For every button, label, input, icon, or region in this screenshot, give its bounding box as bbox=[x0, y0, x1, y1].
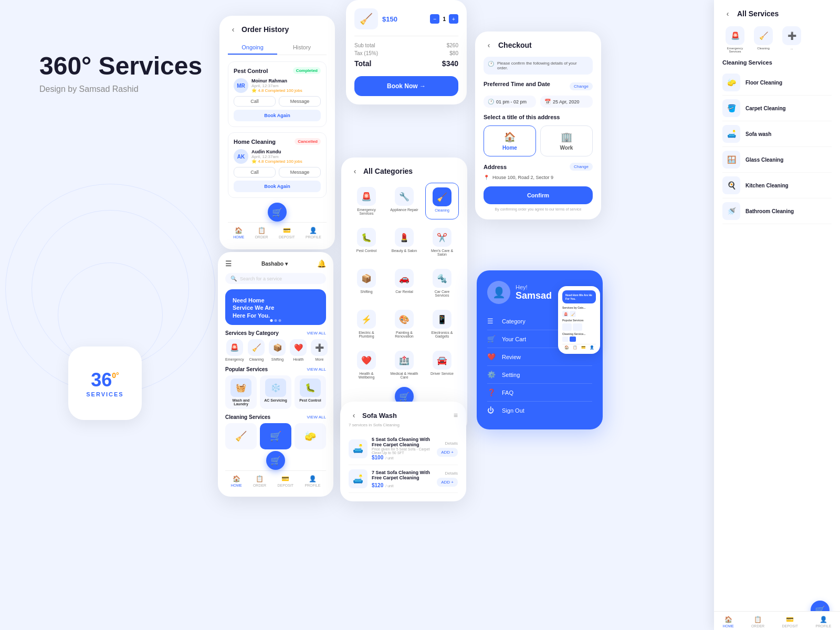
checkout-back-button[interactable]: ‹ bbox=[484, 40, 494, 50]
category-view-all[interactable]: VIEW ALL bbox=[307, 331, 326, 335]
cleaning-item-2[interactable]: 🛒 bbox=[260, 423, 291, 449]
call-button-2[interactable]: Call bbox=[234, 167, 276, 177]
order-service-name-1: Pest Control bbox=[234, 68, 268, 74]
sofa-add-button-1[interactable]: ADD + bbox=[437, 448, 458, 457]
service-list-glass-cleaning[interactable]: 🪟 Glass Cleaning bbox=[722, 147, 832, 173]
categories-title: All Categories bbox=[363, 167, 413, 175]
panel-back-button[interactable]: ‹ bbox=[722, 8, 733, 19]
nav-profile[interactable]: 👤PROFILE bbox=[306, 227, 321, 239]
cat-electronics[interactable]: 📱 Electronics & Gadgets bbox=[425, 306, 459, 342]
categories-back-button[interactable]: ‹ bbox=[350, 166, 360, 176]
location-selector[interactable]: Bashabo ▾ bbox=[261, 261, 288, 267]
cat-car-rental[interactable]: 🚗 Car Rental bbox=[387, 265, 421, 301]
popular-pest[interactable]: 🐛 Pest Control bbox=[295, 375, 326, 409]
panel-nav-order[interactable]: 📋ORDER bbox=[751, 616, 764, 628]
bottom-nav: 🏠HOME 📋ORDER 💳DEPOSIT 👤PROFILE bbox=[228, 222, 327, 241]
message-button-1[interactable]: Message bbox=[279, 96, 321, 107]
cat-shifting[interactable]: 📦 Shifting bbox=[269, 339, 286, 361]
panel-nav-deposit[interactable]: 💳DEPOSIT bbox=[782, 616, 798, 628]
address-home-btn[interactable]: 🏠 Home bbox=[484, 125, 536, 156]
cat-cleaning-active[interactable]: 🧹 Cleaning bbox=[425, 183, 459, 219]
sofa-add-button-2[interactable]: ADD + bbox=[437, 478, 458, 487]
cleaning-item-3[interactable]: 🧽 bbox=[295, 423, 326, 449]
panel-section-title: Cleaning Services bbox=[722, 59, 832, 66]
home-nav-home[interactable]: 🏠HOME bbox=[231, 475, 242, 487]
carpet-cleaning-icon: 🪣 bbox=[722, 99, 740, 117]
cat-car-care[interactable]: 🔩 Car Care Services bbox=[425, 265, 459, 301]
service-list-floor-cleaning[interactable]: 🧽 Floor Cleaning bbox=[722, 70, 832, 96]
cat-driver[interactable]: 🚘 Driver Service bbox=[425, 346, 459, 383]
sidebar-item-setting[interactable]: ⚙️ Setting bbox=[487, 366, 592, 384]
home-nav-order[interactable]: 📋ORDER bbox=[253, 475, 266, 487]
service-list-bathroom-cleaning[interactable]: 🚿 Bathroom Cleaning bbox=[722, 198, 832, 224]
book-again-btn-2[interactable]: Book Again bbox=[234, 181, 321, 192]
cat-health[interactable]: ❤️ Health & Wellbeing bbox=[350, 346, 383, 383]
book-again-btn-1[interactable]: Book Again bbox=[234, 110, 321, 121]
call-button-1[interactable]: Call bbox=[234, 96, 276, 107]
search-bar[interactable]: 🔍 Search for a service bbox=[225, 273, 326, 284]
nav-order[interactable]: 📋ORDER bbox=[255, 227, 268, 239]
home-app-card: ☰ Bashabo ▾ 🔔 🔍 Search for a service Nee… bbox=[218, 252, 333, 497]
cat-appliance-repair[interactable]: 🔧 Appliance Repair bbox=[387, 183, 421, 219]
notice-text: Please confirm the following details of … bbox=[497, 61, 589, 70]
address-change-button[interactable]: Change bbox=[570, 163, 593, 171]
cat-emergency[interactable]: 🚨 Emergency bbox=[225, 339, 244, 361]
service-list-carpet-cleaning[interactable]: 🪣 Carpet Cleaning bbox=[722, 96, 832, 121]
hero-subtitle: Design by Samsad Rashid bbox=[39, 85, 207, 94]
panel-nav-home[interactable]: 🏠HOME bbox=[723, 616, 734, 628]
sofa-menu-icon[interactable]: ≡ bbox=[454, 411, 458, 419]
cart-fab-button[interactable]: 🛒 bbox=[268, 203, 287, 222]
address-label: Address bbox=[484, 164, 507, 170]
cat-painting[interactable]: 🎨 Painting & Renovation bbox=[387, 306, 421, 342]
cat-pest-control[interactable]: 🐛 Pest Control bbox=[350, 224, 383, 260]
promo-banner: Need Home Service We Are Here For You. bbox=[225, 289, 326, 325]
panel-icon-emergency[interactable]: 🚨 Emergency Services bbox=[722, 26, 748, 53]
cat-electric[interactable]: ⚡ Electric & Plumbing bbox=[350, 306, 383, 342]
cat-shifting[interactable]: 📦 Shifting bbox=[350, 265, 383, 301]
sofa-details-link-1[interactable]: Details bbox=[445, 441, 458, 446]
qty-minus[interactable]: − bbox=[430, 14, 439, 24]
tab-history[interactable]: History bbox=[277, 41, 327, 55]
cleaning-view-all[interactable]: VIEW ALL bbox=[307, 415, 326, 419]
cleaning-item-1[interactable]: 🧹 bbox=[225, 423, 257, 449]
notice-icon: 🕐 bbox=[488, 61, 494, 67]
hamburger-menu[interactable]: ☰ bbox=[225, 259, 232, 268]
address-work-btn[interactable]: 🏢 Work bbox=[540, 125, 593, 156]
time-change-button[interactable]: Change bbox=[570, 82, 593, 90]
book-now-button[interactable]: Book Now → bbox=[354, 76, 458, 96]
banner-dot-2 bbox=[275, 319, 277, 322]
confirm-button[interactable]: Confirm bbox=[484, 186, 593, 204]
health-icon: ❤️ bbox=[290, 339, 307, 356]
sofa-back-button[interactable]: ‹ bbox=[349, 410, 359, 421]
cat-health[interactable]: ❤️ Health bbox=[290, 339, 307, 361]
back-button[interactable]: ‹ bbox=[228, 24, 238, 35]
panel-icon-cleaning[interactable]: 🧹 Cleaning bbox=[751, 26, 776, 53]
popular-view-all[interactable]: VIEW ALL bbox=[307, 367, 326, 372]
popular-ac[interactable]: ❄️ AC Servicing bbox=[260, 375, 291, 409]
popular-laundry[interactable]: 🧺 Wash and Laundry bbox=[225, 375, 257, 409]
home-bottom-nav: 🏠HOME 📋ORDER 💳DEPOSIT 👤PROFILE bbox=[225, 470, 326, 489]
sofa-details-link-2[interactable]: Details bbox=[445, 471, 458, 476]
sidebar-item-signout[interactable]: ⏻ Sign Out bbox=[487, 402, 592, 419]
panel-nav-profile[interactable]: 👤PROFILE bbox=[815, 616, 831, 628]
home-cart-fab[interactable]: 🛒 bbox=[266, 451, 285, 470]
cat-cleaning[interactable]: 🧹 Cleaning bbox=[248, 339, 265, 361]
cat-beauty-salon[interactable]: 💄 Beauty & Salon bbox=[387, 224, 421, 260]
qty-plus[interactable]: + bbox=[449, 14, 458, 24]
nav-deposit[interactable]: 💳DEPOSIT bbox=[279, 227, 295, 239]
home-nav-deposit[interactable]: 💳DEPOSIT bbox=[277, 475, 293, 487]
message-button-2[interactable]: Message bbox=[279, 167, 321, 177]
home-nav-profile[interactable]: 👤PROFILE bbox=[304, 475, 320, 487]
cat-more[interactable]: ➕ More bbox=[311, 339, 328, 361]
panel-icon-more[interactable]: ➕ ... bbox=[779, 26, 804, 53]
service-list-kitchen-cleaning[interactable]: 🍳 Kitchen Cleaning bbox=[722, 173, 832, 198]
cat-mens-care[interactable]: ✂️ Men's Care & Salon bbox=[425, 224, 459, 260]
cat-emergency-services[interactable]: 🚨 Emergency Services bbox=[350, 183, 383, 219]
notification-bell[interactable]: 🔔 bbox=[317, 259, 326, 268]
service-list-sofa-wash[interactable]: 🛋️ Sofa wash bbox=[722, 121, 832, 147]
checkout-notice: 🕐 Please confirm the following details o… bbox=[484, 57, 593, 75]
nav-home[interactable]: 🏠HOME bbox=[233, 227, 244, 239]
cat-medical[interactable]: 🏥 Medical & Health Care bbox=[387, 346, 421, 383]
tab-ongoing[interactable]: Ongoing bbox=[228, 41, 277, 55]
sidebar-item-faq[interactable]: ❓ FAQ bbox=[487, 384, 592, 402]
